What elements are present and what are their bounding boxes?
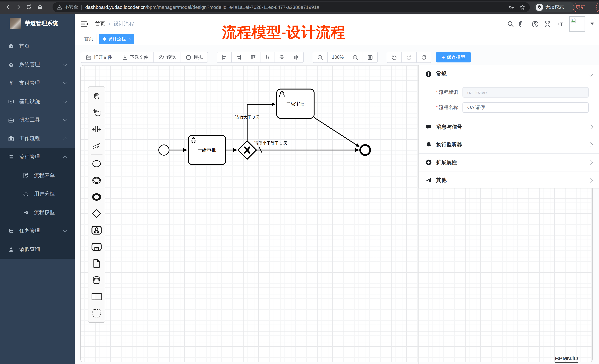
tab-label: 首页 bbox=[84, 34, 93, 44]
user-task-level2[interactable]: 二级审批 bbox=[277, 89, 314, 118]
tab-home[interactable]: 首页 bbox=[81, 34, 97, 44]
fullscreen-icon[interactable] bbox=[543, 20, 552, 28]
sidebar-item-system[interactable]: 系统管理 bbox=[0, 55, 75, 74]
task1-label: 一级审批 bbox=[198, 147, 216, 152]
sidebar-item-workflow[interactable]: 工作流程 bbox=[0, 129, 75, 148]
annotation-title: 流程模型-设计流程 bbox=[222, 24, 355, 41]
window-top-strip bbox=[0, 0, 599, 1]
align-left-icon[interactable] bbox=[217, 52, 232, 63]
url-host[interactable]: dashboard.yudao.iocoder.cn bbox=[85, 4, 146, 10]
sidebar-item-payment[interactable]: ¥ 支付管理 bbox=[0, 74, 75, 92]
section-message-signal[interactable]: 消息与信号 bbox=[419, 118, 599, 136]
flow-task2-to-end[interactable] bbox=[314, 118, 359, 147]
section-other[interactable]: 其他 bbox=[419, 171, 599, 189]
start-event[interactable] bbox=[159, 145, 169, 155]
download-file-button[interactable]: 下载文件 bbox=[117, 52, 154, 63]
browser-forward-icon[interactable] bbox=[15, 3, 22, 11]
sidebar-item-leave-query[interactable]: 请假查询 bbox=[0, 240, 75, 259]
section-extended-attributes[interactable]: 扩展属性 bbox=[419, 154, 599, 171]
paper-plane-icon bbox=[23, 210, 29, 215]
align-center-icon[interactable] bbox=[289, 52, 304, 63]
yen-icon: ¥ bbox=[8, 80, 14, 86]
restart-icon[interactable] bbox=[416, 52, 432, 63]
sidebar-item-process-form[interactable]: 流程表单 bbox=[0, 166, 75, 185]
sidebar-item-label: 用户分组 bbox=[34, 191, 55, 197]
sidebar-item-devtools[interactable]: 研发工具 bbox=[0, 111, 75, 129]
chevron-down-icon bbox=[63, 228, 67, 232]
undo-icon[interactable] bbox=[387, 52, 402, 63]
sidebar-item-process-management[interactable]: 流程管理 bbox=[0, 148, 75, 166]
end-event[interactable] bbox=[360, 145, 370, 155]
chevron-down-icon bbox=[63, 62, 67, 66]
zoom-in-icon[interactable] bbox=[348, 52, 363, 63]
avatar-caret-icon[interactable] bbox=[590, 23, 594, 27]
process-name-input[interactable] bbox=[462, 102, 589, 113]
security-warning-icon[interactable] bbox=[57, 5, 62, 10]
redo-icon[interactable] bbox=[401, 52, 417, 63]
align-middle-icon[interactable] bbox=[274, 52, 289, 63]
bpmn-io-watermark[interactable]: BPMN.iO bbox=[555, 355, 578, 363]
browser-back-icon[interactable] bbox=[4, 3, 12, 11]
zoom-reset-icon[interactable] bbox=[362, 52, 378, 63]
update-button[interactable]: 更新 bbox=[573, 3, 599, 12]
section-label: 扩展属性 bbox=[436, 159, 589, 166]
zoom-level[interactable]: 100% bbox=[327, 52, 348, 63]
flow-label-le1day[interactable]: 请假小于等于 1 天 bbox=[254, 141, 287, 145]
monitor-icon bbox=[8, 99, 14, 105]
password-key-icon[interactable] bbox=[508, 4, 514, 10]
sidebar-logo[interactable]: 芋道管理系统 bbox=[0, 14, 75, 33]
sidebar-item-user-group[interactable]: 用户分组 bbox=[0, 185, 75, 203]
open-file-button[interactable]: 打开文件 bbox=[81, 52, 117, 63]
address-divider bbox=[81, 5, 82, 10]
chevron-down-icon bbox=[588, 71, 593, 76]
designer-toolbar: 打开文件 下载文件 预览 模拟 bbox=[81, 52, 471, 63]
flow-gateway-to-task2[interactable] bbox=[247, 104, 275, 141]
zoom-out-icon[interactable] bbox=[313, 52, 328, 63]
align-bottom-icon[interactable] bbox=[260, 52, 275, 63]
flow-label-gt3days[interactable]: 请假大于 3 天 bbox=[235, 115, 260, 119]
chevron-up-icon bbox=[63, 137, 67, 142]
breadcrumb-separator: / bbox=[109, 21, 110, 27]
github-icon[interactable] bbox=[518, 20, 527, 28]
tab-design-process[interactable]: 设计流程 × bbox=[99, 34, 134, 44]
sidebar-item-infrastructure[interactable]: 基础设施 bbox=[0, 92, 75, 111]
save-model-button[interactable]: + 保存模型 bbox=[436, 52, 471, 62]
simulate-button[interactable]: 模拟 bbox=[181, 52, 208, 63]
flow-icon bbox=[8, 228, 14, 234]
browser-reload-icon[interactable] bbox=[25, 3, 33, 11]
sidebar-item-label: 任务管理 bbox=[19, 228, 40, 234]
tab-close-icon[interactable]: × bbox=[128, 34, 131, 44]
security-label[interactable]: 不安全 bbox=[64, 4, 78, 10]
align-right-icon[interactable] bbox=[231, 52, 246, 63]
exclusive-gateway[interactable] bbox=[238, 141, 256, 159]
section-general[interactable]: 常规 bbox=[419, 65, 599, 83]
breadcrumb-home[interactable]: 首页 bbox=[95, 21, 106, 27]
url-path[interactable]: /bpm/manager/model/design?modelId=e4a1a1… bbox=[146, 4, 319, 10]
sidebar-item-process-model[interactable]: 流程模型 bbox=[0, 203, 75, 222]
process-key-input[interactable] bbox=[462, 87, 589, 98]
screen: 不安全 dashboard.yudao.iocoder.cn/bpm/manag… bbox=[0, 0, 599, 364]
help-icon[interactable] bbox=[530, 20, 539, 28]
bookmark-star-icon[interactable] bbox=[520, 4, 525, 10]
avatar[interactable] bbox=[569, 16, 585, 32]
search-icon[interactable] bbox=[506, 20, 515, 28]
browser-menu-icon[interactable] bbox=[596, 5, 597, 10]
section-execution-listener[interactable]: 执行监听器 bbox=[419, 136, 599, 154]
font-size-icon[interactable]: TT bbox=[556, 20, 565, 28]
sidebar-item-label: 请假查询 bbox=[19, 246, 40, 253]
incognito-icon bbox=[536, 3, 543, 11]
hamburger-icon[interactable] bbox=[80, 20, 88, 28]
browser-home-icon[interactable] bbox=[36, 3, 44, 11]
chevron-down-icon bbox=[63, 80, 67, 85]
update-label[interactable]: 更新 bbox=[576, 4, 585, 10]
sidebar-item-home[interactable]: 首页 bbox=[0, 37, 75, 55]
breadcrumb-current: 设计流程 bbox=[114, 21, 134, 27]
user-task-level1[interactable]: 一级审批 bbox=[188, 135, 226, 164]
preview-button[interactable]: 预览 bbox=[153, 52, 181, 63]
align-top-icon[interactable] bbox=[246, 52, 260, 63]
sidebar-item-task-management[interactable]: 任务管理 bbox=[0, 222, 75, 240]
section-label: 常规 bbox=[436, 71, 589, 77]
general-form: *流程标识 *流程名称 bbox=[419, 83, 599, 118]
gear-icon bbox=[8, 62, 14, 68]
address-bar[interactable]: 不安全 dashboard.yudao.iocoder.cn/bpm/manag… bbox=[53, 2, 530, 12]
